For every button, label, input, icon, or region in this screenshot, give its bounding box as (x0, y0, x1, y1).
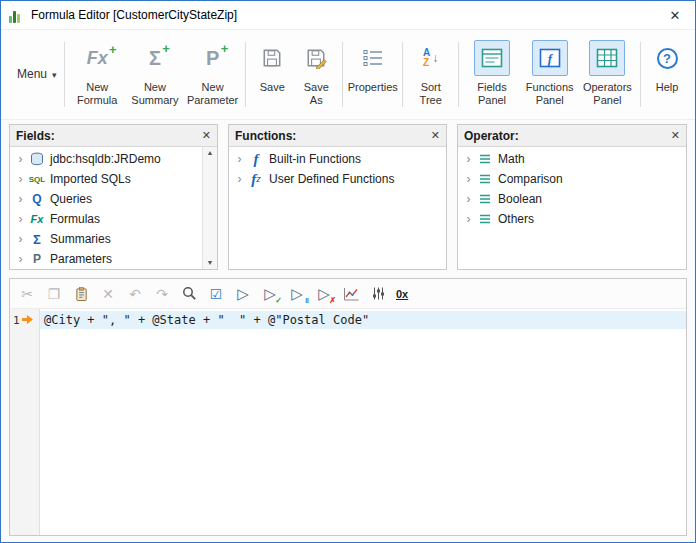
titlebar: Formula Editor [CustomerCityStateZip] ✕ (1, 1, 695, 29)
delete-icon[interactable]: ✕ (99, 285, 117, 303)
new-parameter-icon: P+ (206, 48, 219, 68)
panels-row: Fields: ✕ › jdbc:hsqldb:JRDemo › SQL Imp… (9, 124, 687, 270)
operators-panel-toggle[interactable]: Operators Panel (579, 34, 637, 115)
find-icon[interactable] (180, 285, 198, 303)
expand-chevron-icon[interactable]: › (462, 193, 475, 205)
fields-scrollbar[interactable]: ▲ ▼ (202, 147, 217, 269)
hex-display-icon[interactable]: 0x (396, 285, 408, 303)
user-function-icon: fz (246, 171, 266, 188)
expand-chevron-icon[interactable]: › (233, 173, 246, 185)
operator-list-icon (475, 193, 495, 205)
fields-item-datasource[interactable]: › jdbc:hsqldb:JRDemo (10, 149, 217, 169)
help-button[interactable]: ? Help (645, 34, 689, 115)
sql-icon: SQL (27, 175, 47, 184)
fields-item-summaries[interactable]: › Σ Summaries (10, 229, 217, 249)
copy-icon[interactable]: ❐ (45, 285, 63, 303)
plus-badge-icon: + (162, 42, 170, 55)
functions-item-builtin[interactable]: › f Built-in Functions (229, 149, 446, 169)
editor-toolbar: ✂ ❐ ✕ ↶ ↷ ☑ ▷ ▷✓ ▷‖ ▷✗ 0x (10, 279, 686, 309)
expand-chevron-icon[interactable]: › (233, 153, 246, 165)
main-toolbar: Menu ▾ Fx+ New Formula Σ+ New Summary P+… (1, 29, 695, 120)
functions-panel-icon: f (532, 40, 568, 76)
fields-tree: › jdbc:hsqldb:JRDemo › SQL Imported SQLs… (10, 147, 217, 269)
syntax-check-icon[interactable]: ☑ (207, 285, 225, 303)
expand-chevron-icon[interactable]: › (14, 253, 27, 265)
functions-panel-title: Functions: (235, 129, 431, 143)
operators-item-others[interactable]: › Others (458, 209, 686, 229)
formula-icon: Fx (27, 213, 47, 225)
scroll-down-icon[interactable]: ▼ (207, 258, 214, 268)
expand-chevron-icon[interactable]: › (14, 233, 27, 245)
cut-icon[interactable]: ✂ (18, 285, 36, 303)
database-icon (27, 152, 47, 166)
x-mark-icon: ✗ (329, 296, 336, 305)
editor-body: 1 @City + ", " + @State + " " + @"Postal… (10, 309, 686, 535)
toolbar-separator (245, 42, 246, 107)
cancel-run-icon[interactable]: ▷✗ (315, 285, 333, 303)
expand-chevron-icon[interactable]: › (14, 173, 27, 185)
summary-icon: Σ (27, 232, 47, 247)
operators-panel-header: Operator: ✕ (458, 125, 686, 147)
menu-button[interactable]: Menu ▾ (7, 34, 60, 115)
check-mark-icon: ✓ (275, 296, 282, 305)
operator-list-icon (475, 173, 495, 185)
scroll-up-icon[interactable]: ▲ (207, 148, 214, 158)
sort-tree-button[interactable]: AZ ↓ Sort Tree (407, 34, 454, 115)
new-summary-button[interactable]: Σ+ New Summary (126, 34, 184, 115)
fields-item-formulas[interactable]: › Fx Formulas (10, 209, 217, 229)
code-line[interactable]: @City + ", " + @State + " " + @"Postal C… (40, 311, 686, 329)
fields-item-imported-sqls[interactable]: › SQL Imported SQLs (10, 169, 217, 189)
line-number-gutter: 1 (10, 309, 40, 535)
current-line-arrow-icon (22, 314, 33, 327)
toolbar-separator (64, 42, 65, 107)
new-formula-icon: Fx+ (87, 49, 108, 67)
fields-panel: Fields: ✕ › jdbc:hsqldb:JRDemo › SQL Imp… (9, 124, 218, 270)
operators-panel-close-button[interactable]: ✕ (671, 129, 680, 142)
app-logo-icon (9, 8, 25, 23)
operator-list-icon (475, 153, 495, 165)
builtin-function-icon: f (246, 151, 266, 168)
operators-item-comparison[interactable]: › Comparison (458, 169, 686, 189)
properties-button[interactable]: Properties (347, 34, 398, 115)
expand-chevron-icon[interactable]: › (14, 153, 27, 165)
adjust-options-icon[interactable] (369, 285, 387, 303)
save-as-icon (298, 40, 334, 76)
operators-item-boolean[interactable]: › Boolean (458, 189, 686, 209)
chart-icon[interactable] (342, 285, 360, 303)
help-icon: ? (657, 48, 678, 69)
run-icon[interactable]: ▷ (234, 285, 252, 303)
save-button[interactable]: Save (250, 34, 294, 115)
paste-icon[interactable] (72, 285, 90, 303)
fields-item-parameters[interactable]: › P Parameters (10, 249, 217, 269)
formula-code-area[interactable]: @City + ", " + @State + " " + @"Postal C… (40, 309, 686, 535)
functions-panel-close-button[interactable]: ✕ (431, 129, 440, 142)
fields-panel-icon (474, 40, 510, 76)
run-verify-icon[interactable]: ▷✓ (261, 285, 279, 303)
new-formula-button[interactable]: Fx+ New Formula (68, 34, 126, 115)
expand-chevron-icon[interactable]: › (462, 213, 475, 225)
functions-panel-header: Functions: ✕ (229, 125, 446, 147)
save-as-button[interactable]: Save As (294, 34, 338, 115)
expand-chevron-icon[interactable]: › (14, 213, 27, 225)
new-parameter-button[interactable]: P+ New Parameter (184, 34, 242, 115)
expand-chevron-icon[interactable]: › (462, 153, 475, 165)
expand-chevron-icon[interactable]: › (462, 173, 475, 185)
run-to-line-icon[interactable]: ▷‖ (288, 285, 306, 303)
operator-list-icon (475, 213, 495, 225)
parameter-icon: P (27, 252, 47, 266)
fields-panel-header: Fields: ✕ (10, 125, 217, 147)
plus-badge-icon: + (221, 42, 229, 55)
operators-panel-icon (589, 40, 625, 76)
functions-panel-toggle[interactable]: f Functions Panel (521, 34, 579, 115)
functions-item-user-defined[interactable]: › fz User Defined Functions (229, 169, 446, 189)
operators-item-math[interactable]: › Math (458, 149, 686, 169)
fields-panel-close-button[interactable]: ✕ (202, 129, 211, 142)
fields-item-queries[interactable]: › Q Queries (10, 189, 217, 209)
bar-mark-icon: ‖ (305, 296, 309, 305)
fields-panel-toggle[interactable]: Fields Panel (463, 34, 521, 115)
expand-chevron-icon[interactable]: › (14, 193, 27, 205)
toolbar-separator (402, 42, 403, 107)
redo-icon[interactable]: ↷ (153, 285, 171, 303)
window-close-button[interactable]: ✕ (659, 4, 691, 26)
undo-icon[interactable]: ↶ (126, 285, 144, 303)
